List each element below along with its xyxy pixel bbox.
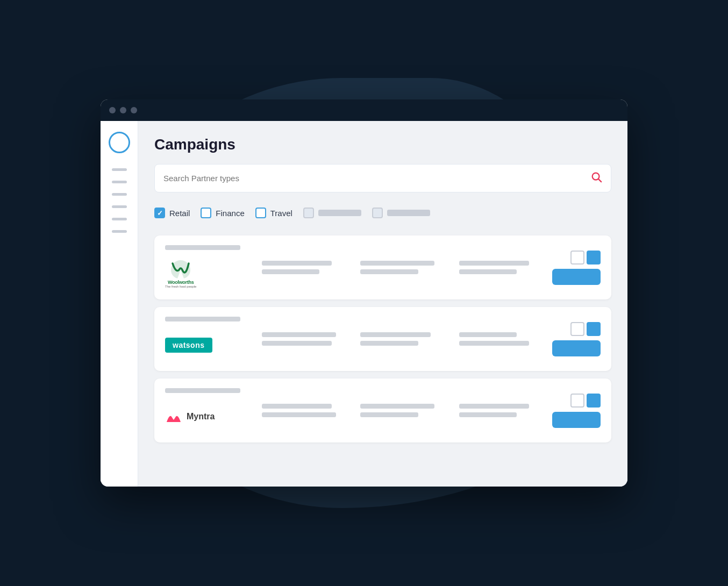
toggle-group-myntra [570, 394, 601, 408]
woolworths-tagline: The fresh food people [165, 285, 196, 288]
card-line [360, 341, 418, 346]
card-col-3-watsons [459, 332, 541, 346]
filter-retail[interactable]: ✓ Retail [154, 208, 190, 218]
card-line [459, 269, 517, 274]
card-actions-woolworths [552, 251, 601, 285]
svg-line-1 [598, 179, 601, 182]
logo-container-myntra: Myntra [165, 401, 251, 433]
checkbox-finance[interactable] [201, 208, 211, 218]
card-meta-woolworths [262, 261, 541, 274]
filter-placeholder-1[interactable] [303, 208, 361, 218]
filter-label-finance: Finance [216, 209, 244, 218]
campaign-card-myntra: Myntra [154, 378, 611, 442]
sidebar-nav-item-5[interactable] [112, 218, 127, 220]
card-line [360, 412, 418, 417]
card-line [360, 332, 430, 337]
card-meta-watsons [262, 332, 541, 346]
campaign-card-woolworths: Woolworths The fresh food people [154, 235, 611, 299]
card-left-watsons: watsons [165, 317, 251, 361]
card-line [360, 404, 434, 409]
card-line [459, 261, 529, 266]
logo-container-woolworths: Woolworths The fresh food people [165, 258, 251, 290]
browser-body: Campaigns ✓ Retail [101, 121, 627, 487]
woolworths-brand-text: Woolworths [168, 280, 194, 285]
card-col-2-watsons [360, 332, 442, 346]
filter-placeholder-text-1 [318, 210, 361, 216]
main-content: Campaigns ✓ Retail [138, 121, 627, 487]
card-col-1-watsons [262, 332, 344, 346]
watsons-logo: watsons [165, 338, 212, 353]
filter-label-retail: Retail [169, 209, 190, 218]
filter-placeholder-2[interactable] [372, 208, 430, 218]
card-left-myntra: Myntra [165, 388, 251, 433]
sidebar-logo[interactable] [109, 132, 130, 153]
filter-travel[interactable]: Travel [255, 208, 292, 218]
checkbox-placeholder-1[interactable] [303, 208, 314, 218]
checkbox-placeholder-2[interactable] [372, 208, 383, 218]
card-line [459, 332, 517, 337]
traffic-dot-3 [131, 107, 137, 113]
card-title-placeholder-myntra [165, 388, 240, 393]
sidebar-nav-item-2[interactable] [112, 181, 127, 183]
checkbox-retail[interactable]: ✓ [154, 208, 165, 218]
browser-window: Campaigns ✓ Retail [101, 99, 627, 487]
card-line [262, 261, 332, 266]
toggle-off-woolworths[interactable] [570, 251, 584, 265]
myntra-symbol [165, 408, 182, 425]
toggle-off-watsons[interactable] [570, 322, 584, 336]
action-button-woolworths[interactable] [552, 269, 601, 285]
card-title-placeholder-watsons [165, 317, 240, 321]
card-line [360, 261, 434, 266]
card-line [262, 332, 336, 337]
card-col-2-myntra [360, 404, 442, 417]
toggle-group-watsons [570, 322, 601, 336]
card-actions-watsons [552, 322, 601, 356]
card-col-1-woolworths [262, 261, 344, 274]
card-col-3-myntra [459, 404, 541, 417]
action-button-watsons[interactable] [552, 340, 601, 356]
traffic-dot-2 [120, 107, 126, 113]
page-title: Campaigns [154, 136, 611, 153]
toggle-on-woolworths[interactable] [587, 251, 601, 265]
card-col-2-woolworths [360, 261, 442, 274]
card-col-1-myntra [262, 404, 344, 417]
toggle-on-watsons[interactable] [587, 322, 601, 336]
card-left-woolworths: Woolworths The fresh food people [165, 245, 251, 290]
toggle-on-myntra[interactable] [587, 394, 601, 408]
browser-titlebar [101, 99, 627, 121]
sidebar-nav-item-6[interactable] [112, 230, 127, 233]
card-col-3-woolworths [459, 261, 541, 274]
traffic-dot-1 [109, 107, 116, 113]
card-line [459, 341, 529, 346]
myntra-brand-text: Myntra [187, 412, 215, 421]
campaign-card-watsons: watsons [154, 307, 611, 371]
checkmark-retail: ✓ [157, 209, 163, 217]
filter-placeholder-text-2 [387, 210, 430, 216]
card-line [262, 341, 332, 346]
sidebar-nav-item-4[interactable] [112, 205, 127, 208]
search-icon[interactable] [590, 171, 602, 185]
search-input[interactable] [163, 174, 590, 183]
card-line [360, 269, 418, 274]
toggle-group-woolworths [570, 251, 601, 265]
filter-finance[interactable]: Finance [201, 208, 244, 218]
card-line [459, 412, 517, 417]
filter-label-travel: Travel [270, 209, 292, 218]
search-bar [154, 164, 611, 192]
toggle-off-myntra[interactable] [570, 394, 584, 408]
woolworths-symbol [168, 259, 193, 280]
card-line [262, 412, 336, 417]
checkbox-travel[interactable] [255, 208, 266, 218]
card-line [459, 404, 529, 409]
woolworths-logo: Woolworths The fresh food people [165, 259, 196, 288]
logo-container-watsons: watsons [165, 329, 251, 361]
card-line [262, 404, 332, 409]
card-meta-myntra [262, 404, 541, 417]
filter-row: ✓ Retail Finance Travel [154, 201, 611, 225]
card-title-placeholder-woolworths [165, 245, 240, 250]
sidebar-nav-item-3[interactable] [112, 193, 127, 196]
action-button-myntra[interactable] [552, 412, 601, 428]
sidebar [101, 121, 138, 487]
card-line [262, 269, 319, 274]
sidebar-nav-item-1[interactable] [112, 168, 127, 171]
